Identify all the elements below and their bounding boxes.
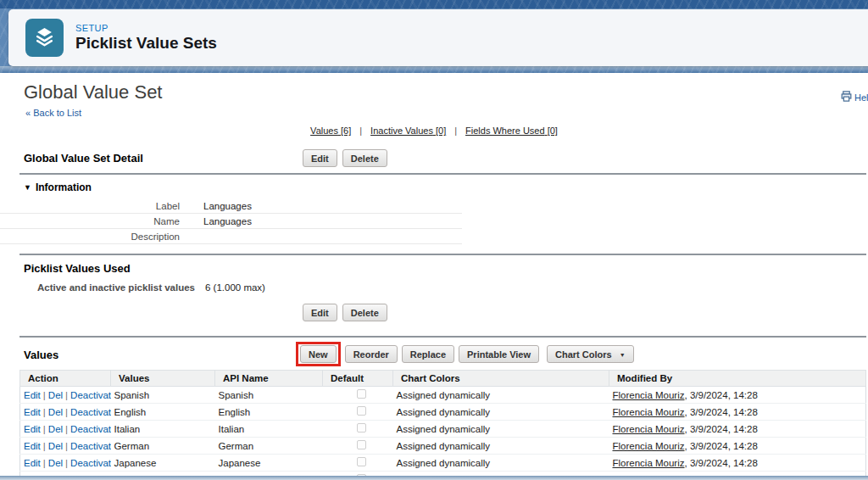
setup-label: SETUP <box>75 23 217 33</box>
modified-date: , 3/9/2024, 14:28 <box>685 458 758 468</box>
inactive-values-link[interactable]: Inactive Values [0] <box>370 126 446 136</box>
action-separator: | <box>43 407 46 417</box>
default-checkbox[interactable] <box>357 440 366 449</box>
related-links-row: Values [6]|Inactive Values [0]|Fields Wh… <box>0 126 868 136</box>
collapse-triangle-icon: ▼ <box>24 183 31 192</box>
delete-button[interactable]: Delete <box>342 304 387 321</box>
chart-colors-dropdown-button[interactable]: Chart Colors▼ <box>547 345 634 363</box>
value-cell: Italian <box>111 421 215 438</box>
layers-icon <box>33 25 56 51</box>
action-separator: | <box>43 424 46 434</box>
column-header-api-name[interactable]: API Name <box>215 371 323 387</box>
api-name-cell: Japanese <box>215 455 323 472</box>
nav-separator: | <box>359 126 362 136</box>
api-name-cell: German <box>215 438 323 455</box>
edit-button[interactable]: Edit <box>303 304 337 321</box>
edit-link[interactable]: Edit <box>24 441 41 451</box>
modified-date: , 3/9/2024, 14:28 <box>685 390 758 400</box>
column-header-modified-by[interactable]: Modified By <box>609 371 866 387</box>
default-checkbox[interactable] <box>357 406 366 416</box>
column-header-action[interactable]: Action <box>20 371 111 387</box>
delete-button[interactable]: Delete <box>342 149 387 167</box>
modified-by-link[interactable]: Florencia Mouriz <box>613 407 685 417</box>
deactivate-link[interactable]: Deactivate <box>70 390 110 400</box>
usage-value: 6 (1.000 max) <box>205 282 265 293</box>
new-button[interactable]: New <box>300 345 337 363</box>
values-count-link[interactable]: Values [6] <box>310 126 351 136</box>
del-link[interactable]: Del <box>48 441 63 451</box>
default-cell <box>323 387 393 404</box>
api-name-cell: Italian <box>215 421 323 438</box>
del-link[interactable]: Del <box>48 390 63 400</box>
edit-button[interactable]: Edit <box>303 149 337 167</box>
value-cell: German <box>111 438 215 455</box>
help-link[interactable]: Help <box>840 90 868 104</box>
default-checkbox[interactable] <box>357 457 366 466</box>
nav-separator: | <box>454 126 457 136</box>
modified-by-link[interactable]: Florencia Mouriz <box>613 458 685 468</box>
column-header-values[interactable]: Values <box>111 371 215 387</box>
table-row: Edit|Del|Deactivate Japanese Japanese As… <box>20 455 866 472</box>
picklist-app-icon <box>25 19 64 57</box>
default-cell <box>323 421 393 438</box>
action-separator: | <box>65 458 68 468</box>
action-separator: | <box>43 458 46 468</box>
fields-where-used-link[interactable]: Fields Where Used [0] <box>465 126 558 136</box>
replace-button[interactable]: Replace <box>402 345 454 363</box>
chart-colors-cell: Assigned dynamically <box>393 438 609 455</box>
setup-header-band: SETUP Picklist Value Sets <box>0 0 868 73</box>
setup-header-card: SETUP Picklist Value Sets <box>8 9 868 66</box>
default-checkbox[interactable] <box>357 389 366 399</box>
field-row-label: Label Languages <box>0 198 462 214</box>
del-link[interactable]: Del <box>48 458 63 468</box>
row-actions: Edit|Del|Deactivate <box>20 455 111 472</box>
back-to-list-link[interactable]: « Back to List <box>25 108 81 118</box>
edit-link[interactable]: Edit <box>24 424 41 434</box>
chart-colors-cell: Assigned dynamically <box>393 455 609 472</box>
printer-icon <box>840 90 853 104</box>
column-header-chart-colors[interactable]: Chart Colors <box>393 371 609 387</box>
action-separator: | <box>65 424 68 434</box>
window-bottom-edge <box>0 476 868 480</box>
modified-by-link[interactable]: Florencia Mouriz <box>613 390 685 400</box>
deactivate-link[interactable]: Deactivate <box>70 458 110 468</box>
default-checkbox[interactable] <box>357 423 366 433</box>
section-divider <box>19 254 866 255</box>
value-cell: English <box>111 404 215 421</box>
modified-date: , 3/9/2024, 14:28 <box>685 407 758 417</box>
modified-by-cell: Florencia Mouriz, 3/9/2024, 14:28 <box>609 387 866 404</box>
information-section-header[interactable]: ▼Information <box>24 181 868 193</box>
modified-by-cell: Florencia Mouriz, 3/9/2024, 14:28 <box>609 438 866 455</box>
table-header-row: Action Values API Name Default Chart Col… <box>20 371 866 387</box>
edit-link[interactable]: Edit <box>24 458 41 468</box>
del-link[interactable]: Del <box>48 424 63 434</box>
action-separator: | <box>65 407 68 417</box>
del-link[interactable]: Del <box>48 407 63 417</box>
deactivate-link[interactable]: Deactivate <box>70 424 110 434</box>
table-row: Edit|Del|Deactivate Italian Italian Assi… <box>20 421 866 438</box>
deactivate-link[interactable]: Deactivate <box>70 441 110 451</box>
modified-by-link[interactable]: Florencia Mouriz <box>613 441 685 451</box>
reorder-button[interactable]: Reorder <box>345 345 398 363</box>
help-label: Help <box>854 92 868 103</box>
modified-by-cell: Florencia Mouriz, 3/9/2024, 14:28 <box>609 404 866 421</box>
printable-view-button[interactable]: Printable View <box>459 345 539 363</box>
table-row: Edit|Del|Deactivate English English Assi… <box>20 404 866 421</box>
value-cell: Spanish <box>111 387 215 404</box>
action-separator: | <box>43 390 46 400</box>
default-cell <box>323 455 393 472</box>
row-actions: Edit|Del|Deactivate <box>20 438 111 455</box>
modified-date: , 3/9/2024, 14:28 <box>685 441 758 451</box>
column-header-default[interactable]: Default <box>323 371 393 387</box>
edit-link[interactable]: Edit <box>24 407 41 417</box>
chart-colors-cell: Assigned dynamically <box>393 404 609 421</box>
modified-by-link[interactable]: Florencia Mouriz <box>613 424 685 434</box>
page-title: Global Value Set <box>24 81 868 103</box>
deactivate-link[interactable]: Deactivate <box>70 407 110 417</box>
information-fields: Label Languages Name Languages Descripti… <box>0 198 462 244</box>
annotation-highlight-box: New <box>296 342 341 366</box>
edit-link[interactable]: Edit <box>24 390 41 400</box>
row-actions: Edit|Del|Deactivate <box>20 421 111 438</box>
action-separator: | <box>43 441 46 451</box>
action-separator: | <box>65 390 68 400</box>
